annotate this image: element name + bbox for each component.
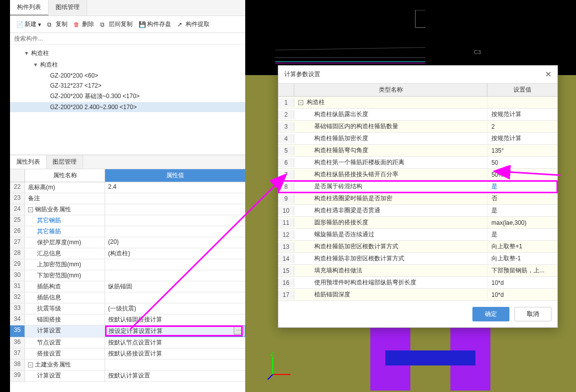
property-row[interactable]: 24−钢筋业务属性 bbox=[10, 204, 245, 215]
param-row[interactable]: 4构造柱箍筋加密长度按规范计算 bbox=[278, 133, 557, 145]
tab-drawing-mgmt[interactable]: 图纸管理 bbox=[49, 0, 87, 16]
property-value[interactable]: 按默认计算规则 bbox=[105, 381, 245, 382]
expand-icon[interactable]: − bbox=[298, 100, 303, 105]
param-row[interactable]: 2构造柱纵筋露出长度按规范计算 bbox=[278, 109, 557, 121]
tree-leaf[interactable]: GZ-312*237 <172> bbox=[10, 81, 245, 91]
property-value[interactable] bbox=[105, 204, 245, 215]
ok-button[interactable]: 确定 bbox=[472, 307, 509, 321]
property-row[interactable]: 22底标高(m)2.4 bbox=[10, 182, 245, 193]
tree-leaf[interactable]: GZ-200*200 <60> bbox=[10, 71, 245, 81]
property-value[interactable]: 2.4 bbox=[105, 182, 245, 193]
param-row[interactable]: 1− 构造柱 bbox=[278, 97, 557, 109]
search-input[interactable] bbox=[10, 33, 245, 45]
cancel-button[interactable]: 取消 bbox=[514, 307, 551, 321]
extract-button[interactable]: ↗构件提取 bbox=[175, 19, 212, 30]
tab-properties[interactable]: 属性列表 bbox=[10, 155, 47, 169]
property-row[interactable]: 26其它箍筋 bbox=[10, 226, 245, 237]
property-value[interactable]: 按默认搭接设置计算 bbox=[105, 348, 245, 359]
param-value[interactable]: 向上取整+1 bbox=[487, 241, 557, 252]
copy-button[interactable]: ⧉复制 bbox=[45, 19, 70, 30]
param-row[interactable]: 17植筋锚固深度10*d bbox=[278, 289, 557, 301]
property-value[interactable]: 按设定计算设置计算⋯ bbox=[105, 325, 245, 337]
param-row[interactable]: 5构造柱箍筋弯勾角度135° bbox=[278, 145, 557, 157]
param-value[interactable]: 10*d bbox=[487, 290, 557, 300]
property-value[interactable] bbox=[105, 193, 245, 204]
param-value[interactable]: 按规范计算 bbox=[487, 109, 557, 120]
expand-icon[interactable]: − bbox=[28, 362, 33, 367]
model-beam[interactable] bbox=[385, 350, 475, 365]
property-value[interactable]: 纵筋锚固 bbox=[105, 281, 245, 292]
axis-gizmo[interactable]: Z bbox=[265, 352, 295, 382]
property-row[interactable]: 34锚固搭接按默认锚固搭接计算 bbox=[10, 314, 245, 325]
param-value[interactable]: 向上取整-1 bbox=[487, 253, 557, 264]
param-row[interactable]: 7构造柱纵筋搭接接头错开百分率50% bbox=[278, 169, 557, 181]
param-row[interactable]: 8是否属于砖混结构是 bbox=[278, 181, 557, 193]
ellipsis-button[interactable]: ⋯ bbox=[234, 326, 244, 334]
save-button[interactable]: 💾构件存盘 bbox=[137, 19, 173, 30]
property-value[interactable] bbox=[105, 359, 245, 370]
property-row[interactable]: 36节点设置按默认节点设置计算 bbox=[10, 337, 245, 348]
param-value[interactable]: 10*d bbox=[487, 278, 557, 288]
property-row[interactable]: 25其它钢筋 bbox=[10, 215, 245, 226]
param-value[interactable]: 135° bbox=[487, 146, 557, 156]
close-icon[interactable]: ✕ bbox=[545, 70, 551, 79]
param-value[interactable]: 下部预留钢筋，上... bbox=[487, 265, 557, 276]
property-value[interactable]: (构造柱) bbox=[105, 248, 245, 259]
property-value[interactable]: 按默认计算设置 bbox=[105, 370, 245, 381]
property-row[interactable]: 30下加密范围(mm) bbox=[10, 270, 245, 281]
param-row[interactable]: 12螺旋箍筋是否连续通过是 bbox=[278, 229, 557, 241]
property-value[interactable] bbox=[105, 292, 245, 303]
param-value[interactable]: 按规范计算 bbox=[487, 133, 557, 144]
param-row[interactable]: 10构造柱遇非圈梁是否贯通是 bbox=[278, 205, 557, 217]
property-value[interactable]: (一级抗震) bbox=[105, 303, 245, 314]
property-value[interactable] bbox=[105, 226, 245, 237]
param-value[interactable]: 2 bbox=[487, 122, 557, 132]
param-row[interactable]: 6构造柱第一个箍筋距楼板面的距离50 bbox=[278, 157, 557, 169]
property-row[interactable]: 31插筋构造纵筋锚固 bbox=[10, 281, 245, 292]
property-value[interactable]: 按默认锚固搭接计算 bbox=[105, 314, 245, 325]
property-value[interactable] bbox=[105, 215, 245, 226]
property-value[interactable] bbox=[105, 259, 245, 270]
property-row[interactable]: 37搭接设置按默认搭接设置计算 bbox=[10, 348, 245, 359]
param-row[interactable]: 13构造柱箍筋加密区根数计算方式向上取整+1 bbox=[278, 241, 557, 253]
param-value[interactable]: 是 bbox=[487, 229, 557, 240]
property-value[interactable]: (20) bbox=[105, 237, 245, 248]
tree-sub[interactable]: ▾构造柱 bbox=[10, 59, 245, 71]
dialog-grid-body[interactable]: 1− 构造柱2构造柱纵筋露出长度按规范计算3基础锚固区内的构造柱箍筋数量24构造… bbox=[278, 97, 557, 301]
property-row[interactable]: 35计算设置按设定计算设置计算⋯ bbox=[10, 325, 245, 337]
property-value[interactable] bbox=[105, 270, 245, 281]
expand-icon[interactable]: − bbox=[28, 207, 33, 212]
param-value[interactable]: 是 bbox=[487, 181, 557, 192]
tree-leaf[interactable]: GZ-200*200 基础顶~0.300 <170> bbox=[10, 91, 245, 102]
property-row[interactable]: 32插筋信息 bbox=[10, 292, 245, 303]
param-value[interactable] bbox=[487, 101, 557, 104]
param-row[interactable]: 3基础锚固区内的构造柱箍筋数量2 bbox=[278, 121, 557, 133]
property-row[interactable]: 29上加密范围(mm) bbox=[10, 259, 245, 270]
delete-button[interactable]: 🗑删除 bbox=[72, 19, 96, 30]
property-table[interactable]: 22底标高(m)2.423备注24−钢筋业务属性25其它钢筋26其它箍筋27保护… bbox=[10, 182, 245, 382]
param-value[interactable]: 否 bbox=[487, 193, 557, 204]
property-row[interactable]: 28汇总信息(构造柱) bbox=[10, 248, 245, 259]
param-value[interactable]: 50 bbox=[487, 158, 557, 168]
param-row[interactable]: 16使用预埋件时构造柱端部纵筋弯折长度10*d bbox=[278, 277, 557, 289]
property-row[interactable]: 33抗震等级(一级抗震) bbox=[10, 303, 245, 314]
property-value[interactable]: 按默认节点设置计算 bbox=[105, 337, 245, 348]
tree-root[interactable]: ▾构造柱 bbox=[10, 48, 245, 59]
tree-leaf-selected[interactable]: GZ-200*200 2.400~2.900 <170> bbox=[10, 102, 245, 112]
tab-component-list[interactable]: 构件列表 bbox=[10, 0, 49, 16]
property-row[interactable]: 40计算规则按默认计算规则 bbox=[10, 381, 245, 382]
param-row[interactable]: 15填充墙构造柱做法下部预留钢筋，上... bbox=[278, 265, 557, 277]
param-row[interactable]: 14构造柱箍筋非加密区根数计算方式向上取整-1 bbox=[278, 253, 557, 265]
layercopy-button[interactable]: ⧉层间复制 bbox=[98, 19, 135, 30]
param-value[interactable]: 50% bbox=[487, 170, 557, 180]
param-value[interactable]: 是 bbox=[487, 205, 557, 216]
param-value[interactable]: max(lae,300) bbox=[487, 218, 557, 228]
property-row[interactable]: 39计算设置按默认计算设置 bbox=[10, 370, 245, 381]
property-row[interactable]: 38−土建业务属性 bbox=[10, 359, 245, 370]
param-row[interactable]: 9构造柱遇圈梁时箍筋是否加密否 bbox=[278, 193, 557, 205]
param-row[interactable]: 11圆形箍筋的搭接长度max(lae,300) bbox=[278, 217, 557, 229]
new-button[interactable]: 📄新建 ▾ bbox=[14, 19, 43, 30]
property-row[interactable]: 23备注 bbox=[10, 193, 245, 204]
tab-layer-mgmt[interactable]: 图层管理 bbox=[47, 155, 83, 169]
property-row[interactable]: 27保护层厚度(mm)(20) bbox=[10, 237, 245, 248]
